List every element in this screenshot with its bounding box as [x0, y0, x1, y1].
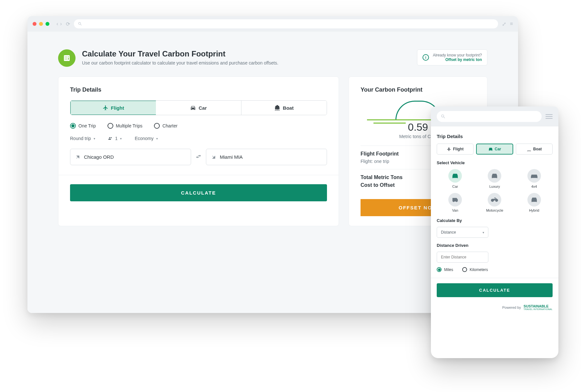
- window-close-icon[interactable]: [33, 22, 36, 26]
- vehicle-4x4[interactable]: 4x4: [516, 169, 553, 188]
- window-minimize-icon[interactable]: [39, 22, 43, 26]
- car-icon: [488, 147, 493, 151]
- trip-type-radios: One Trip Multiple Trips Charter: [70, 123, 327, 129]
- class-selector[interactable]: Economy ▾: [135, 136, 158, 141]
- tab-car[interactable]: Car: [156, 101, 241, 115]
- calculate-button[interactable]: CALCULATE: [70, 184, 327, 201]
- caret-down-icon: ▾: [120, 137, 122, 140]
- vehicle-luxury-label: Luxury: [489, 185, 500, 188]
- search-icon: [441, 114, 446, 119]
- hamburger-menu-icon[interactable]: [545, 114, 553, 119]
- calculator-icon: [58, 49, 76, 67]
- radio-icon: [462, 267, 467, 272]
- menu-icon[interactable]: ≡: [510, 21, 513, 27]
- select-vehicle-label: Select Vehicle: [437, 160, 553, 165]
- vehicle-motorcycle[interactable]: Motorcycle: [476, 193, 513, 212]
- hybrid-icon: [527, 193, 541, 206]
- landing-icon: [211, 155, 216, 159]
- passengers-selector[interactable]: 1 ▾: [108, 136, 122, 141]
- mobile-calculate-button[interactable]: CALCULATE: [437, 283, 553, 297]
- roundtrip-selector[interactable]: Round trip ▾: [70, 136, 95, 141]
- back-icon[interactable]: ‹: [56, 21, 58, 27]
- offset-by-ton-box[interactable]: i Already know your footprint? Offset by…: [417, 49, 487, 65]
- divider: [58, 175, 339, 175]
- calculate-by-value: Distance: [441, 230, 456, 235]
- car-icon: [448, 169, 462, 183]
- mobile-tab-boat-label: Boat: [533, 147, 542, 151]
- tab-boat-label: Boat: [283, 105, 293, 111]
- vehicle-car-label: Car: [452, 185, 458, 188]
- distance-input[interactable]: [441, 255, 484, 259]
- mobile-tabs: Flight Car Boat: [437, 144, 553, 155]
- radio-icon: [437, 267, 442, 272]
- cards-row: Trip Details Flight Car Boat: [58, 76, 487, 226]
- trip-selectors: Round trip ▾ 1 ▾ Economy ▾: [70, 136, 327, 141]
- plane-icon: [447, 147, 451, 151]
- from-airport-input[interactable]: Chicago ORD: [70, 149, 191, 165]
- passengers-value: 1: [115, 136, 118, 141]
- swap-button[interactable]: [196, 154, 201, 161]
- browser-chrome: ‹ › ⟳ ⤢ ≡: [27, 16, 518, 32]
- boat-icon: [274, 105, 280, 111]
- radio-miles[interactable]: Miles: [437, 267, 453, 272]
- sustainable-travel-logo: SUSTAINABLE TRAVEL INTERNATIONAL: [524, 304, 553, 310]
- radio-charter-label: Charter: [162, 123, 178, 128]
- vehicle-hybrid-label: Hybrid: [529, 208, 539, 212]
- radio-kilometers[interactable]: Kilometers: [462, 267, 488, 272]
- car-icon: [190, 105, 196, 111]
- vehicle-van[interactable]: Van: [437, 193, 474, 212]
- offset-box-line1: Already know your footprint?: [433, 53, 482, 57]
- vehicle-moto-label: Motorcycle: [486, 208, 503, 212]
- mobile-tab-car-label: Car: [495, 147, 501, 151]
- to-airport-input[interactable]: Miami MIA: [206, 149, 327, 165]
- mobile-body: Trip Details Flight Car Boat Select Vehi…: [437, 126, 553, 310]
- window-maximize-icon[interactable]: [46, 22, 49, 26]
- swap-icon: [196, 154, 201, 159]
- vehicle-luxury[interactable]: Luxury: [476, 169, 513, 188]
- search-icon: [78, 22, 82, 26]
- footprint-heading: Your Carbon Footprint: [361, 86, 475, 93]
- caret-down-icon: ▾: [483, 231, 484, 234]
- radio-km-label: Kilometers: [470, 267, 488, 272]
- mobile-tab-car[interactable]: Car: [476, 144, 514, 155]
- transport-tabs: Flight Car Boat: [70, 100, 327, 115]
- mobile-tab-flight[interactable]: Flight: [437, 144, 474, 155]
- distance-label: Distance Driven: [437, 243, 553, 248]
- suv-icon: [527, 169, 541, 183]
- page-header: Calculate Your Travel Carbon Footprint U…: [58, 49, 487, 67]
- offset-box-line2: Offset by metric ton: [433, 57, 482, 62]
- offset-box-text: Already know your footprint? Offset by m…: [433, 53, 482, 62]
- airport-row: Chicago ORD Miami MIA: [70, 149, 327, 165]
- brand-name: SUSTAINABLE: [524, 304, 548, 308]
- motorcycle-icon: [488, 193, 501, 206]
- reload-icon[interactable]: ⟳: [66, 21, 70, 27]
- trip-details-card: Trip Details Flight Car Boat: [58, 76, 339, 226]
- radio-miles-label: Miles: [444, 267, 453, 272]
- mobile-search-input[interactable]: [437, 111, 542, 122]
- radio-one-trip-label: One Trip: [78, 123, 96, 128]
- tab-flight[interactable]: Flight: [70, 100, 156, 115]
- radio-icon: [154, 123, 160, 129]
- to-airport-value: Miami MIA: [220, 154, 243, 160]
- vehicle-car[interactable]: Car: [437, 169, 474, 188]
- from-airport-value: Chicago ORD: [84, 154, 114, 160]
- radio-one-trip[interactable]: One Trip: [70, 123, 96, 129]
- mobile-tab-boat[interactable]: Boat: [516, 144, 553, 155]
- takeoff-icon: [76, 155, 80, 159]
- trip-heading: Trip Details: [70, 86, 327, 93]
- gauge-line-short: [373, 123, 406, 124]
- caret-down-icon: ▾: [94, 137, 95, 140]
- plane-icon: [103, 105, 108, 111]
- footprint-value: 0.59: [408, 121, 428, 133]
- mobile-powered-by: Powered by SUSTAINABLE TRAVEL INTERNATIO…: [437, 304, 553, 310]
- tab-boat[interactable]: Boat: [241, 101, 327, 115]
- caret-down-icon: ▾: [156, 137, 158, 140]
- gauge-line: [367, 119, 432, 120]
- forward-icon[interactable]: ›: [60, 21, 62, 27]
- radio-multiple-trips[interactable]: Multiple Trips: [107, 123, 142, 129]
- calculate-by-select[interactable]: Distance ▾: [437, 227, 488, 238]
- expand-icon[interactable]: ⤢: [502, 21, 506, 27]
- address-bar[interactable]: [74, 19, 498, 28]
- vehicle-hybrid[interactable]: Hybrid: [516, 193, 553, 212]
- radio-charter[interactable]: Charter: [154, 123, 178, 129]
